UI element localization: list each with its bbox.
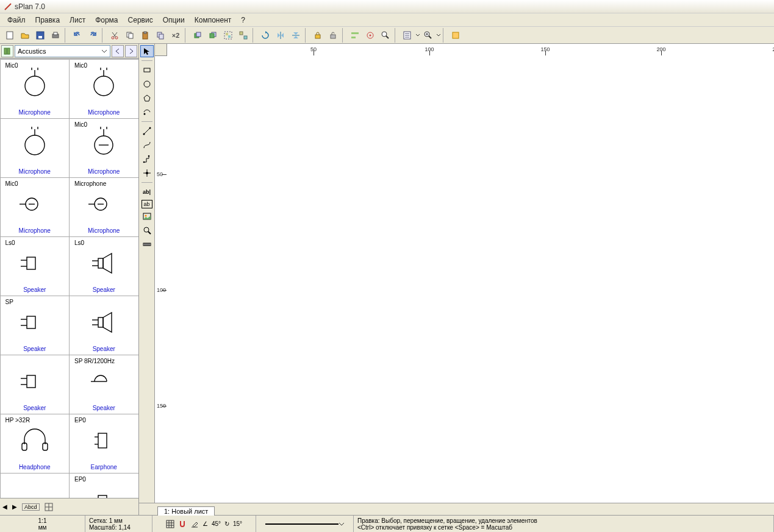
find-button[interactable] (378, 28, 393, 43)
component-item[interactable]: Mic0Microphone (0, 59, 70, 119)
size-down-icon[interactable]: ◀ (2, 503, 7, 510)
menu-file[interactable]: Файл (2, 15, 30, 26)
rotate-button[interactable] (258, 28, 273, 43)
menu-service[interactable]: Сервис (123, 15, 158, 26)
dropdown-icon[interactable] (436, 30, 441, 40)
svg-rect-39 (453, 32, 459, 38)
component-item[interactable]: MicrophoneMicrophone (69, 177, 138, 237)
group-button[interactable] (221, 28, 235, 43)
list-button[interactable] (400, 28, 415, 43)
component-item[interactable]: Speaker (0, 355, 70, 414)
component-item[interactable]: SPSpeaker (0, 296, 70, 355)
menu-edit[interactable]: Правка (30, 15, 65, 26)
svg-point-95 (143, 113, 145, 115)
menu-component[interactable]: Компонент (190, 15, 237, 26)
tool-wire[interactable] (140, 153, 154, 165)
component-id: EP0 (74, 476, 86, 483)
tool-junction[interactable] (140, 167, 154, 179)
svg-rect-87 (98, 495, 107, 498)
library-manage-button[interactable] (1, 45, 13, 57)
library-prev-button[interactable] (112, 45, 124, 57)
svg-rect-20 (228, 35, 231, 38)
component-item[interactable]: Microphone (0, 118, 70, 178)
mirror-v-button[interactable] (288, 28, 303, 43)
align-button[interactable] (348, 28, 362, 43)
back-button[interactable] (206, 28, 220, 43)
component-item[interactable]: Ls0Speaker (0, 236, 70, 296)
component-item[interactable]: Ls0Speaker (69, 236, 138, 296)
mirror-h-button[interactable] (273, 28, 288, 43)
tool-bezier[interactable] (140, 139, 154, 151)
rubber-icon[interactable] (190, 520, 199, 528)
menu-options[interactable]: Опции (158, 15, 190, 26)
undo-button[interactable] (70, 28, 85, 43)
svg-point-99 (148, 155, 149, 157)
new-button[interactable] (2, 28, 17, 43)
menu-sheet[interactable]: Лист (65, 15, 90, 26)
component-item[interactable]: HP >32RHeadphone (0, 414, 70, 473)
library-next-button[interactable] (125, 45, 137, 57)
dropdown-icon[interactable] (415, 30, 420, 40)
svg-rect-68 (98, 258, 103, 268)
tool-special[interactable] (140, 106, 154, 118)
zoom-dropdown[interactable] (421, 28, 435, 43)
paste-button[interactable] (138, 28, 152, 43)
clone-x2-button[interactable]: ×2 (168, 28, 183, 43)
ruler-corner (155, 44, 167, 56)
chevron-down-icon[interactable] (339, 521, 345, 527)
component-item[interactable]: SP 8R/1200HzSpeaker (69, 355, 138, 414)
component-item[interactable]: EP0 (69, 473, 138, 498)
redo-button[interactable] (85, 28, 100, 43)
front-button[interactable] (190, 28, 205, 43)
size-up-icon[interactable]: ▶ (12, 503, 17, 510)
svg-rect-74 (98, 317, 103, 327)
component-id: EP0 (74, 417, 86, 424)
tool-line[interactable] (140, 125, 154, 137)
svg-rect-25 (351, 32, 359, 34)
component-item[interactable]: Mic0Microphone (0, 177, 70, 237)
svg-point-97 (149, 127, 151, 129)
tool-measure[interactable] (140, 238, 154, 250)
grid-toggle-icon[interactable] (45, 503, 53, 511)
menu-help[interactable]: ? (236, 15, 250, 26)
svg-line-36 (429, 36, 431, 38)
grid-icon[interactable] (166, 520, 174, 528)
highlight-button[interactable] (448, 28, 463, 43)
menu-shape[interactable]: Форма (90, 15, 123, 26)
unlock-button[interactable] (326, 28, 340, 43)
library-combo[interactable]: Accustics (15, 45, 110, 57)
component-item[interactable] (0, 473, 70, 498)
component-item[interactable]: EP0Earphone (69, 414, 138, 473)
sheet-tab-1[interactable]: 1: Новый лист (157, 506, 215, 516)
component-item[interactable]: Mic0Microphone (69, 59, 138, 119)
component-item[interactable]: Speaker (69, 296, 138, 355)
tool-text[interactable]: ab| (140, 186, 154, 198)
duplicate-button[interactable] (153, 28, 168, 43)
snap-icon[interactable] (178, 520, 187, 528)
component-id: Mic0 (5, 180, 18, 187)
cut-button[interactable] (107, 28, 122, 43)
svg-rect-93 (144, 68, 150, 72)
sheet-tabs: 1: Новый лист (139, 503, 774, 515)
tool-zoom[interactable] (140, 224, 154, 236)
tool-circle[interactable] (140, 78, 154, 90)
component-item[interactable]: Mic0Microphone (69, 118, 138, 178)
open-button[interactable] (18, 28, 32, 43)
tool-image[interactable] (140, 210, 154, 222)
ungroup-button[interactable] (236, 28, 251, 43)
component-id: Mic0 (5, 62, 18, 69)
snap-button[interactable] (363, 28, 378, 43)
svg-rect-71 (27, 316, 35, 328)
save-button[interactable] (33, 28, 48, 43)
svg-rect-13 (159, 34, 163, 39)
svg-point-98 (143, 161, 145, 163)
tool-pointer[interactable] (140, 45, 154, 57)
app-icon (4, 2, 12, 11)
print-button[interactable] (48, 28, 63, 43)
abcd-toggle[interactable]: Abcd (22, 503, 40, 511)
tool-textbox[interactable]: ab (142, 200, 152, 208)
lock-button[interactable] (310, 28, 325, 43)
tool-rect[interactable] (140, 64, 154, 76)
tool-polygon[interactable] (140, 92, 154, 104)
copy-button[interactable] (123, 28, 137, 43)
